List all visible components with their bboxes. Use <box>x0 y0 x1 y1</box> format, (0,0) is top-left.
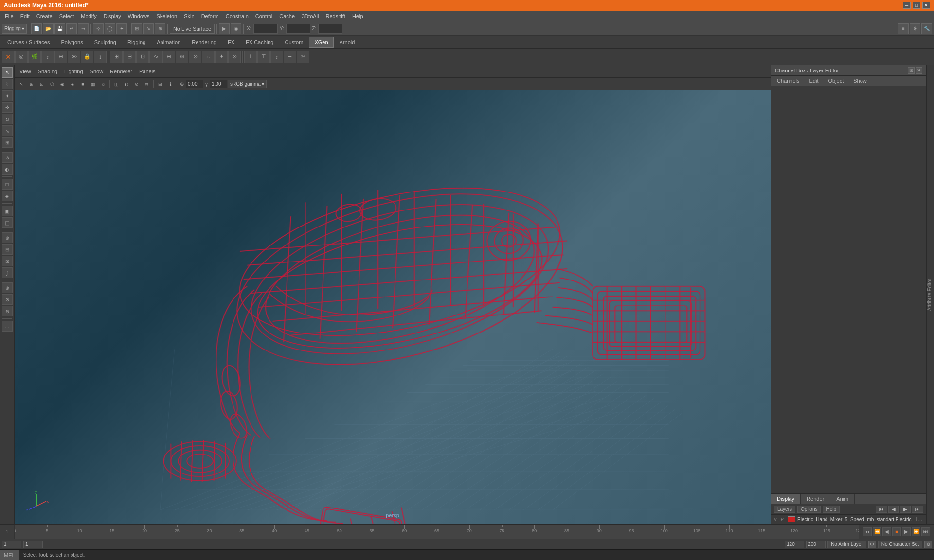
panel-float-btn[interactable]: ⊞ <box>908 67 915 74</box>
menu-edit[interactable]: Edit <box>18 12 33 20</box>
paint-sel-btn[interactable]: ✦ <box>116 23 127 34</box>
sculpt-tool[interactable]: ◐ <box>2 164 13 175</box>
more-tools[interactable]: … <box>2 321 13 332</box>
tab-object[interactable]: Object <box>824 77 847 85</box>
shelf-btn-3[interactable]: 🌿 <box>28 51 41 63</box>
shelf-btn-16[interactable]: ↔ <box>202 51 215 63</box>
menu-modify[interactable]: Modify <box>78 12 99 20</box>
shelf-btn-10[interactable]: ⊟ <box>123 51 136 63</box>
shelf-btn-22[interactable]: ⊸ <box>284 51 296 63</box>
anim-start-field[interactable]: 1 <box>2 541 21 548</box>
shelf-btn-1[interactable]: ✕ <box>2 51 15 63</box>
anim-layer-settings[interactable]: ⚙ <box>868 541 876 548</box>
tab-show[interactable]: Show <box>849 77 871 85</box>
show-hide-btn[interactable]: □ <box>2 179 13 190</box>
lasso-select[interactable]: ⌇ <box>2 79 13 89</box>
save-scene-btn[interactable]: 💾 <box>54 23 65 34</box>
shelf-btn-14[interactable]: ⊗ <box>176 51 188 63</box>
shelf-btn-4[interactable]: ↕ <box>41 51 54 63</box>
shelf-btn-23[interactable]: ✂ <box>297 51 309 63</box>
play-back-frame[interactable]: ◀ <box>882 527 891 536</box>
play-prev-btn[interactable]: ⏮ <box>863 527 872 536</box>
vp-menu-lighting[interactable]: Lighting <box>61 68 86 75</box>
vp-solid[interactable]: ■ <box>78 79 88 89</box>
panel-close-btn[interactable]: ✕ <box>916 67 922 74</box>
menu-skin[interactable]: Skin <box>181 12 197 20</box>
layer-prev-prev-btn[interactable]: ⏮ <box>876 506 887 513</box>
vp-ao[interactable]: ◐ <box>122 79 131 89</box>
tab-animation[interactable]: Animation <box>151 37 186 48</box>
create-joint[interactable]: ⊕ <box>2 282 13 293</box>
play-next-btn[interactable]: ⏭ <box>921 527 930 536</box>
vp-menu-show[interactable]: Show <box>87 68 107 75</box>
vp-menu-view[interactable]: View <box>17 68 34 75</box>
help-menu-btn[interactable]: Help <box>823 506 840 513</box>
shelf-btn-9[interactable]: ⊞ <box>110 51 123 63</box>
ipr-btn[interactable]: ◉ <box>231 23 241 34</box>
shelf-btn-7[interactable]: 🔒 <box>81 51 93 63</box>
vp-aa[interactable]: ≋ <box>142 79 152 89</box>
menu-constrain[interactable]: Constrain <box>223 12 251 20</box>
timeline-ruler[interactable]: 0510152025303540455055606570758085909510… <box>15 525 859 539</box>
shelf-btn-13[interactable]: ⊕ <box>162 51 175 63</box>
anim-play-end-field[interactable]: 200 <box>806 541 826 548</box>
menu-file[interactable]: File <box>2 12 17 20</box>
shelf-btn-21[interactable]: ↕ <box>270 51 283 63</box>
layer-prev-btn[interactable]: ◀ <box>888 506 899 513</box>
vp-wireframe[interactable]: ⬡ <box>47 79 57 89</box>
vp-frame-sel[interactable]: ⊡ <box>37 79 47 89</box>
shelf-btn-19[interactable]: ⊥ <box>244 51 257 63</box>
shelf-btn-15[interactable]: ⊘ <box>189 51 201 63</box>
tab-fx[interactable]: FX <box>222 37 240 48</box>
vp-frame-all[interactable]: ⊞ <box>27 79 36 89</box>
shelf-btn-11[interactable]: ⊡ <box>136 51 149 63</box>
lattice-btn[interactable]: ⊟ <box>2 244 13 255</box>
menu-windows[interactable]: Windows <box>125 12 153 20</box>
tab-anim-layers[interactable]: Anim <box>830 494 855 504</box>
play-back-btn[interactable]: ⏪ <box>873 527 881 536</box>
tool-settings-btn[interactable]: 🔧 <box>921 23 932 34</box>
snap-btn[interactable]: ◫ <box>2 217 13 228</box>
shelf-btn-17[interactable]: ✦ <box>215 51 228 63</box>
new-scene-btn[interactable]: 📄 <box>31 23 42 34</box>
z-coord[interactable] <box>318 24 342 34</box>
anim-play-start-field[interactable]: 1 <box>23 541 43 548</box>
play-fwd-frame[interactable]: ▶ <box>902 527 911 536</box>
shelf-btn-12[interactable]: ∿ <box>149 51 162 63</box>
shelf-btn-18[interactable]: ⊙ <box>228 51 241 63</box>
channel-box-btn[interactable]: ≡ <box>898 23 909 34</box>
open-scene-btn[interactable]: 📂 <box>43 23 54 34</box>
paint-tool[interactable]: ✦ <box>2 90 13 101</box>
shelf-btn-2[interactable]: ◎ <box>15 51 28 63</box>
bend-btn[interactable]: ∫ <box>2 267 13 278</box>
tab-curves-surfaces[interactable]: Curves / Surfaces <box>2 37 55 48</box>
select-tool-btn[interactable]: ⊹ <box>93 23 104 34</box>
menu-redshift[interactable]: Redshift <box>323 12 348 20</box>
menu-display[interactable]: Display <box>101 12 124 20</box>
render-region[interactable]: ▣ <box>2 206 13 216</box>
menu-help[interactable]: Help <box>349 12 366 20</box>
deform-btn[interactable]: ⊛ <box>2 232 13 243</box>
isolate-btn[interactable]: ◈ <box>2 191 13 201</box>
rotate-tool[interactable]: ↻ <box>2 114 13 124</box>
exposure-field[interactable]: 0.00 <box>186 80 203 88</box>
vp-dof[interactable]: ⊙ <box>132 79 142 89</box>
vp-textured[interactable]: ▦ <box>88 79 98 89</box>
layer-playback[interactable]: P <box>781 517 786 522</box>
menu-skeleton[interactable]: Skeleton <box>153 12 180 20</box>
rigging-dropdown[interactable]: Rigging ▾ <box>2 24 27 34</box>
gamma-dropdown[interactable]: sRGB gamma ▾ <box>228 80 267 88</box>
vp-select-btn[interactable]: ↖ <box>17 79 26 89</box>
undo-btn[interactable]: ↩ <box>66 23 77 34</box>
scale-tool[interactable]: ⤡ <box>2 125 13 136</box>
ik-handle[interactable]: ⊗ <box>2 294 13 305</box>
anim-end-field[interactable]: 120 <box>785 541 804 548</box>
attr-editor-btn[interactable]: ⚙ <box>910 23 920 34</box>
layer-next-next-btn[interactable]: ⏭ <box>912 506 923 513</box>
tab-polygons[interactable]: Polygons <box>55 37 88 48</box>
vp-menu-renderer[interactable]: Renderer <box>107 68 135 75</box>
shelf-btn-5[interactable]: ⊕ <box>54 51 67 63</box>
tab-rigging[interactable]: Rigging <box>122 37 151 48</box>
vp-menu-shading[interactable]: Shading <box>35 68 60 75</box>
layer-color-swatch[interactable] <box>788 516 795 522</box>
